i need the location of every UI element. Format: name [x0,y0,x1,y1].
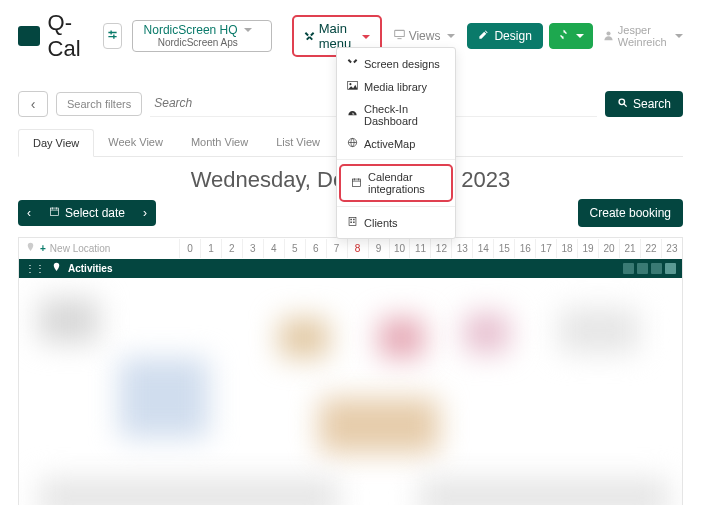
new-location-button[interactable]: + New Location [19,238,179,259]
activities-label: Activities [68,263,112,274]
sliders-icon [107,29,118,43]
calendar-icon [351,177,362,190]
menu-item-label: ActiveMap [364,138,415,150]
settings-icon[interactable] [665,263,676,274]
hour-cell: 13 [451,239,472,258]
select-date-button[interactable]: Select date [40,200,134,226]
timeline-hours: 01234567891011121314151617181920212223 [179,239,682,258]
user-icon [603,30,614,43]
activities-row-header[interactable]: ⋮⋮ Activities [19,259,682,278]
menu-item-label: Screen designs [364,58,440,70]
tools-icon [347,57,358,70]
tools-icon [304,29,315,44]
svg-point-3 [349,83,351,85]
globe-icon [347,137,358,150]
tab-week-view[interactable]: Week View [94,129,177,156]
menu-item-label: Check-In Dashboard [364,103,445,127]
menu-item-screen-designs[interactable]: Screen designs [337,52,455,75]
timeline: + New Location 0123456789101112131415161… [18,237,683,505]
hour-cell: 16 [514,239,535,258]
search-filters-button[interactable]: Search filters [56,92,142,116]
hour-cell: 22 [640,239,661,258]
hour-cell: 6 [305,239,326,258]
hour-cell: 0 [179,239,200,258]
views-label: Views [409,29,441,43]
timeline-content[interactable] [19,278,682,505]
menu-item-activemap[interactable]: ActiveMap [337,132,455,155]
hour-cell: 5 [284,239,305,258]
hour-cell: 10 [389,239,410,258]
hour-cell: 19 [577,239,598,258]
monitor-icon [394,29,405,43]
chevron-left-icon: ‹ [31,96,36,112]
view-mode-1-icon[interactable] [623,263,634,274]
hour-cell: 7 [326,239,347,258]
menu-item-label: Media library [364,81,427,93]
building-icon [347,216,358,229]
view-mode-3-icon[interactable] [651,263,662,274]
prev-day-button[interactable]: ‹ [18,200,40,226]
select-date-label: Select date [65,206,125,220]
org-picker[interactable]: NordicScreen HQ NordicScreen Aps [132,20,272,52]
tab-month-view[interactable]: Month View [177,129,262,156]
menu-item-clients[interactable]: Clients [337,211,455,234]
chevron-down-icon [444,29,455,43]
tab-label: Month View [191,136,248,148]
hour-cell: 14 [472,239,493,258]
user-menu[interactable]: Jesper Weinreich [603,24,683,48]
tab-day-view[interactable]: Day View [18,129,94,157]
main-menu-dropdown: Screen designs Media library Check-In Da… [336,47,456,239]
tab-label: List View [276,136,320,148]
drag-icon: ⋮⋮ [25,263,45,274]
refresh-button[interactable] [549,23,593,49]
hour-cell: 4 [263,239,284,258]
back-button[interactable]: ‹ [18,91,48,117]
hour-cell: 15 [493,239,514,258]
brand-logo: Q-Cal [18,10,89,62]
hour-cell: 9 [368,239,389,258]
tab-label: Week View [108,136,163,148]
svg-rect-5 [352,179,360,187]
search-icon [617,97,628,111]
menu-item-media-library[interactable]: Media library [337,75,455,98]
menu-item-label: Calendar integrations [368,171,441,195]
chevron-right-icon: › [143,206,147,220]
create-booking-label: Create booking [590,206,671,220]
search-filters-label: Search filters [67,98,131,110]
hour-cell: 1 [200,239,221,258]
chevron-left-icon: ‹ [27,206,31,220]
settings-button[interactable] [103,23,122,49]
hour-cell: 17 [535,239,556,258]
select-date-control: ‹ Select date › [18,200,156,226]
menu-item-checkin-dashboard[interactable]: Check-In Dashboard [337,98,455,132]
svg-point-1 [606,31,610,35]
views-dropdown[interactable]: Views [388,25,462,47]
create-booking-button[interactable]: Create booking [578,199,683,227]
hour-cell: 8 [347,239,368,258]
hour-cell: 11 [409,239,430,258]
menu-item-calendar-integrations[interactable]: Calendar integrations [339,164,453,202]
chevron-down-icon [672,30,683,42]
chevron-down-icon [241,23,252,37]
brand-name: Q-Cal [48,10,89,62]
hour-cell: 12 [430,239,451,258]
svg-rect-0 [394,30,404,36]
search-button-label: Search [633,97,671,111]
tab-list-view[interactable]: List View [262,129,334,156]
pin-icon [51,262,62,275]
hour-cell: 3 [242,239,263,258]
brand-mark [18,26,40,46]
tab-label: Day View [33,137,79,149]
menu-item-label: Clients [364,217,398,229]
view-mode-2-icon[interactable] [637,263,648,274]
plus-icon: + [40,243,46,254]
hour-cell: 21 [619,239,640,258]
design-button[interactable]: Design [467,23,542,49]
chevron-down-icon [359,29,370,44]
hour-cell: 23 [661,239,682,258]
hour-cell: 20 [598,239,619,258]
chevron-down-icon [573,29,584,43]
search-button[interactable]: Search [605,91,683,117]
next-day-button[interactable]: › [134,200,156,226]
hour-cell: 18 [556,239,577,258]
